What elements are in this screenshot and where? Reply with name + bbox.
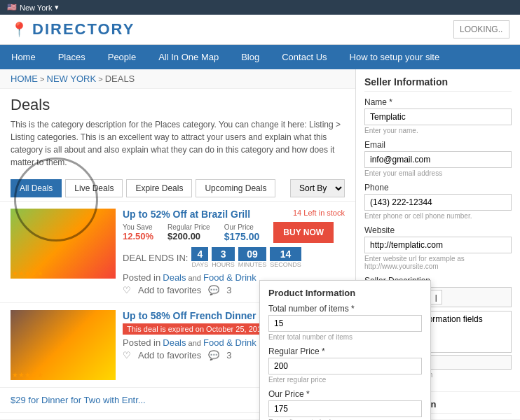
minutes-counter: 09 MINUTES xyxy=(238,247,267,268)
filter-expire-deals[interactable]: Expire Deals xyxy=(126,179,192,197)
our-price-value: $175.00 xyxy=(224,231,260,242)
category-food[interactable]: Food & Drink xyxy=(203,272,256,283)
sort-select[interactable]: Sort By xyxy=(290,179,345,197)
save-value: 12.50% xyxy=(123,231,153,241)
filter-all-deals[interactable]: All Deals xyxy=(11,179,62,197)
name-group: Name * Enter your name. xyxy=(364,97,512,134)
add-to-favorites-link-2[interactable]: Add to favorites xyxy=(138,350,201,360)
product-info-panel: Product Information Total number of item… xyxy=(259,280,431,420)
logo-bar: 📍 DIRECTORY xyxy=(0,15,520,45)
top-bar: 🇺🇸 New York ▾ xyxy=(0,0,520,15)
regular-price-hint: Enter regular price xyxy=(268,376,422,384)
page-title: Deals xyxy=(11,96,345,114)
email-input[interactable] xyxy=(364,151,512,168)
website-input[interactable] xyxy=(364,237,512,253)
phone-input[interactable] xyxy=(364,194,512,211)
comment-icon-2: 💬 xyxy=(208,350,219,360)
deal-image: ★★★★★ xyxy=(11,209,116,279)
regular-label: Regular Price xyxy=(167,223,210,231)
hours-counter: 3 HOURS xyxy=(212,247,235,268)
deals-header: Deals This is the category description f… xyxy=(0,89,355,169)
heart-icon-2: ♡ xyxy=(123,350,131,360)
nav-blog[interactable]: Blog xyxy=(230,45,271,69)
regular-price-group: Regular Price * Enter regular price xyxy=(268,346,422,384)
deal-image-2: ★★★★★ xyxy=(11,310,116,380)
our-price-label: Our Price xyxy=(224,223,260,231)
category-deals[interactable]: Deals xyxy=(163,272,186,283)
total-items-input[interactable] xyxy=(268,315,422,332)
nav-people[interactable]: People xyxy=(97,45,147,69)
logo-text: DIRECTORY xyxy=(32,20,135,38)
logo[interactable]: 📍 DIRECTORY xyxy=(11,20,135,38)
seller-info-title: Seller Information xyxy=(364,76,512,92)
pin-icon: 📍 xyxy=(11,21,28,38)
website-group: Website Enter website url for example as… xyxy=(364,225,512,270)
stock-info: 14 Left in stock xyxy=(293,209,345,217)
location-text[interactable]: New York xyxy=(20,4,52,12)
filter-bar: All Deals Live Deals Expire Deals Upcomi… xyxy=(0,176,355,202)
nav-bar: Home Places People All In One Map Blog C… xyxy=(0,45,520,69)
comment-count-2: 3 xyxy=(226,350,231,360)
nav-home[interactable]: Home xyxy=(0,45,47,69)
deals-description: This is the category description for the… xyxy=(11,118,345,169)
buy-now-button[interactable]: BUY NOW xyxy=(273,222,334,243)
breadcrumb-current: DEALS xyxy=(105,74,135,84)
filter-live-deals[interactable]: Live Deals xyxy=(65,179,123,197)
email-label: Email xyxy=(364,140,512,150)
product-info-title: Product Information xyxy=(268,288,422,298)
website-label: Website xyxy=(364,225,512,235)
our-price-input[interactable] xyxy=(268,400,422,417)
total-items-hint: Enter total number of items xyxy=(268,333,422,341)
countdown-label: DEAL ENDS IN: xyxy=(123,253,188,263)
expired-badge: This deal is expired on October 25, 2015 xyxy=(123,323,270,335)
email-group: Email Enter your email address xyxy=(364,140,512,177)
regular-price-input[interactable] xyxy=(268,358,422,374)
search-input[interactable] xyxy=(453,20,509,38)
comment-count: 3 xyxy=(226,285,231,295)
total-items-group: Total number of items * Enter total numb… xyxy=(268,304,422,341)
add-to-favorites-link[interactable]: Add to favorites xyxy=(138,285,201,295)
name-label: Name * xyxy=(364,97,512,107)
category-deals-2[interactable]: Deals xyxy=(163,337,186,348)
email-hint: Enter your email address xyxy=(364,169,512,177)
website-hint: Enter website url for example as http://… xyxy=(364,255,512,270)
phone-group: Phone Enter phone or cell phone number. xyxy=(364,183,512,220)
flag-icon: 🇺🇸 xyxy=(7,3,17,12)
seconds-counter: 14 SECONDS xyxy=(270,247,301,268)
name-input[interactable] xyxy=(364,108,512,125)
star-rating: ★★★★★ xyxy=(12,270,43,277)
heart-icon: ♡ xyxy=(123,285,131,295)
our-price-label: Our Price * xyxy=(268,389,422,399)
nav-contact-us[interactable]: Contact Us xyxy=(271,45,338,69)
star-rating-2: ★★★★★ xyxy=(12,371,43,379)
deal-title-3[interactable]: $29 for Dinner for Two with Entr... xyxy=(11,395,146,405)
phone-label: Phone xyxy=(364,183,512,192)
phone-hint: Enter phone or cell phone number. xyxy=(364,212,512,220)
chevron-down-icon: ▾ xyxy=(55,3,59,12)
regular-price-label: Regular Price * xyxy=(268,346,422,356)
nav-places[interactable]: Places xyxy=(47,45,97,69)
nav-setup[interactable]: How to setup your site xyxy=(338,45,451,69)
name-hint: Enter your name. xyxy=(364,127,512,134)
breadcrumb-home[interactable]: HOME xyxy=(11,74,38,84)
days-counter: 4 DAYS xyxy=(191,247,208,268)
breadcrumb-newyork[interactable]: NEW YORK xyxy=(47,74,97,84)
nav-all-in-one-map[interactable]: All In One Map xyxy=(147,45,230,69)
countdown: DEAL ENDS IN: 4 DAYS 3 HOURS 09 MINUTES xyxy=(123,247,345,268)
our-price-group: Our Price * Enter discounted price xyxy=(268,389,422,420)
category-food-2[interactable]: Food & Drink xyxy=(203,337,256,348)
deal-title[interactable]: Up to 52% Off at Brazil Grill xyxy=(123,209,250,220)
regular-value: $200.00 xyxy=(167,231,210,241)
breadcrumb: HOME > NEW YORK > DEALS xyxy=(0,69,355,89)
save-label: You Save xyxy=(123,223,153,231)
total-items-label: Total number of items * xyxy=(268,304,422,314)
comment-icon: 💬 xyxy=(208,285,219,295)
deal-prices: You Save 12.50% Regular Price $200.00 Ou… xyxy=(123,222,345,243)
filter-upcoming-deals[interactable]: Upcoming Deals xyxy=(196,179,275,197)
separator-button[interactable]: | xyxy=(430,290,442,304)
